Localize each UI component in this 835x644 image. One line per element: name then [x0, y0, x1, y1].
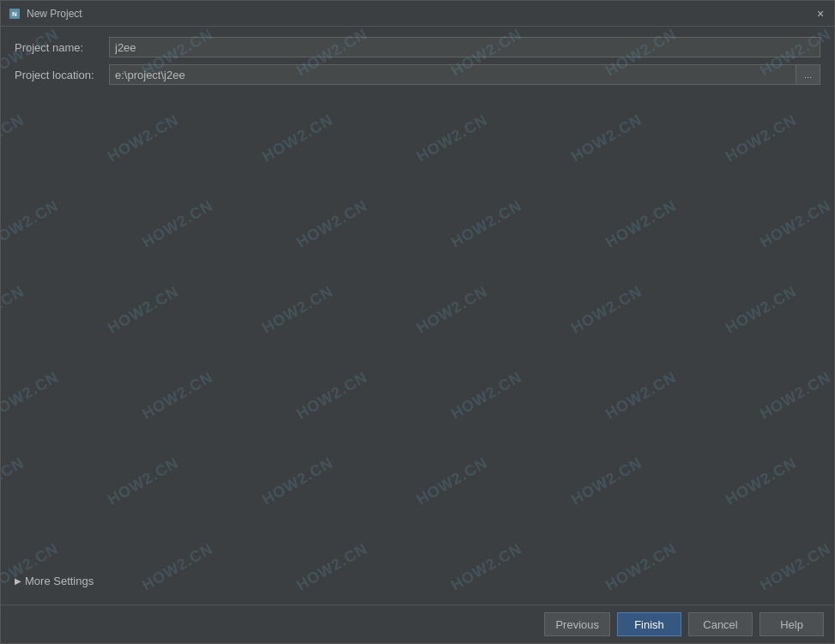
project-location-input-group: ...: [109, 64, 820, 85]
finish-button[interactable]: Finish: [617, 612, 681, 636]
more-settings-toggle[interactable]: ▶ More Settings: [15, 571, 820, 591]
dialog-title: New Project: [27, 8, 814, 20]
project-location-label: Project location:: [15, 69, 109, 81]
project-name-label: Project name:: [15, 41, 109, 54]
previous-button[interactable]: Previous: [544, 612, 610, 636]
new-project-dialog: N New Project × HOW2.CN HOW2.CN HOW2.CN …: [0, 0, 835, 644]
cancel-button[interactable]: Cancel: [688, 612, 753, 636]
project-location-input[interactable]: [109, 64, 796, 85]
project-location-row: Project location: ...: [15, 64, 820, 85]
browse-button[interactable]: ...: [796, 64, 820, 85]
titlebar: N New Project ×: [1, 1, 834, 27]
expand-icon: ▶: [15, 576, 21, 586]
project-name-input[interactable]: [109, 37, 820, 57]
project-name-row: Project name:: [15, 37, 820, 57]
dialog-icon: N: [8, 7, 21, 21]
help-button[interactable]: Help: [759, 612, 824, 636]
content-area: HOW2.CN HOW2.CN HOW2.CN HOW2.CN HOW2.CN …: [1, 27, 834, 605]
footer: Previous Finish Cancel Help: [1, 605, 834, 643]
more-settings-label: More Settings: [25, 575, 94, 587]
close-button[interactable]: ×: [814, 7, 827, 21]
main-empty-area: [15, 92, 820, 571]
svg-text:N: N: [12, 10, 17, 18]
